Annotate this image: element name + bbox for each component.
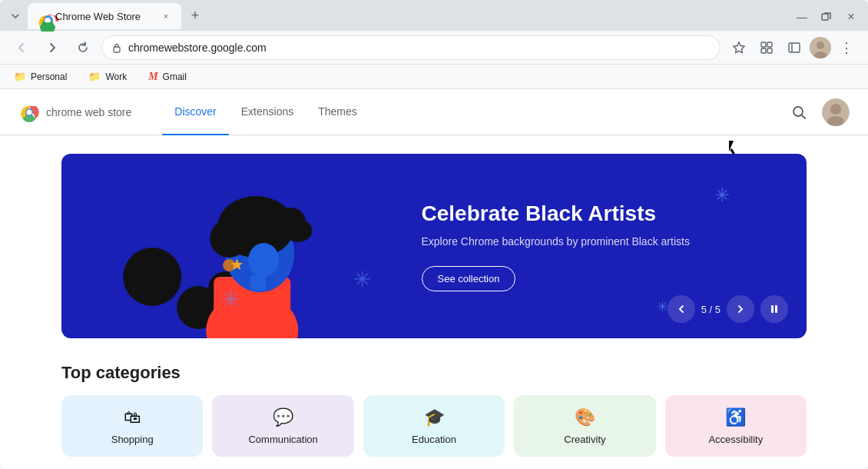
hero-artwork: ✳: [61, 154, 397, 338]
tab-dropdown-button[interactable]: [6, 7, 25, 25]
maximize-button[interactable]: [816, 6, 837, 28]
category-education[interactable]: 🎓 Education: [363, 395, 505, 457]
address-bar[interactable]: chromewebstore.google.com: [101, 35, 721, 60]
nav-extensions[interactable]: Extensions: [229, 89, 306, 135]
browser-window: Chrome Web Store × + — × chromewebstore.…: [0, 0, 868, 469]
tab-bar-left: Chrome Web Store × +: [6, 3, 206, 31]
bookmark-work[interactable]: 📁 Work: [84, 69, 131, 84]
bookmark-star-button[interactable]: [727, 35, 751, 60]
nav-actions: ⋮: [727, 35, 859, 60]
svg-rect-3: [114, 47, 120, 52]
nav-discover[interactable]: Discover: [162, 89, 228, 135]
svg-rect-38: [771, 305, 774, 313]
shopping-icon: 🛍: [124, 407, 141, 427]
gmail-icon: M: [148, 71, 157, 83]
tab-bar: Chrome Web Store × + — ×: [0, 0, 868, 31]
folder-icon-work: 📁: [88, 71, 101, 82]
hero-carousel-controls: 5 / 5: [668, 295, 788, 323]
svg-rect-2: [822, 14, 828, 20]
category-accessibility[interactable]: ♿ Accessibility: [665, 395, 807, 457]
active-tab[interactable]: Chrome Web Store ×: [28, 3, 181, 29]
bookmark-personal[interactable]: 📁 Personal: [9, 69, 71, 84]
see-collection-button[interactable]: See collection: [422, 266, 516, 291]
tab-title: Chrome Web Store: [55, 11, 154, 22]
creativity-icon: 🎨: [575, 407, 595, 427]
carousel-next-button[interactable]: [727, 295, 754, 323]
store-name: chrome web store: [46, 106, 131, 118]
svg-line-17: [802, 115, 806, 118]
svg-point-15: [27, 109, 32, 115]
hero-banner: ✦ ✦ ✳ ✳ ✳: [61, 154, 807, 338]
category-communication-label: Communication: [248, 434, 317, 445]
store-header-actions: [785, 98, 850, 126]
svg-rect-6: [761, 48, 766, 53]
carousel-counter: 5 / 5: [701, 304, 721, 315]
store-user-avatar[interactable]: [822, 98, 850, 126]
carousel-prev-button[interactable]: [668, 295, 695, 323]
svg-rect-39: [775, 305, 777, 313]
svg-point-33: [248, 243, 279, 277]
store-navigation: Discover Extensions Themes: [162, 89, 785, 135]
profile-avatar[interactable]: [810, 37, 831, 58]
categories-row: 🛍 Shopping 💬 Communication 🎓 Education 🎨…: [61, 395, 807, 457]
decorative-asterisk-2: ✳: [714, 185, 730, 206]
chrome-store-logo: [18, 101, 40, 123]
navigation-bar: chromewebstore.google.com ⋮: [0, 31, 868, 65]
tab-favicon: [37, 10, 49, 22]
side-panel-button[interactable]: [782, 35, 807, 60]
svg-rect-36: [250, 275, 266, 291]
new-tab-button[interactable]: +: [184, 5, 206, 26]
bookmark-gmail-label: Gmail: [163, 72, 187, 82]
category-accessibility-label: Accessibility: [708, 434, 763, 445]
svg-point-11: [817, 42, 824, 49]
communication-icon: 💬: [273, 407, 293, 427]
page-content: chrome web store Discover Extensions The…: [0, 89, 868, 469]
tab-bar-right: — ×: [791, 6, 862, 31]
forward-button[interactable]: [40, 35, 65, 60]
category-communication[interactable]: 💬 Communication: [212, 395, 353, 457]
folder-icon: 📁: [14, 71, 26, 82]
svg-rect-7: [767, 48, 772, 53]
category-creativity-label: Creativity: [564, 434, 605, 445]
category-creativity[interactable]: 🎨 Creativity: [514, 395, 655, 457]
bookmark-work-label: Work: [105, 72, 127, 82]
nav-themes[interactable]: Themes: [306, 89, 369, 135]
bookmarks-bar: 📁 Personal 📁 Work M Gmail: [0, 65, 868, 89]
more-options-button[interactable]: ⋮: [834, 35, 859, 60]
bookmark-personal-label: Personal: [31, 72, 67, 82]
category-shopping[interactable]: 🛍 Shopping: [61, 395, 203, 457]
svg-point-22: [123, 248, 181, 306]
top-categories-title: Top categories: [61, 363, 807, 383]
svg-text:✳: ✳: [221, 287, 240, 312]
carousel-pause-button[interactable]: [760, 295, 788, 323]
minimize-button[interactable]: —: [791, 6, 813, 28]
education-icon: 🎓: [424, 407, 445, 427]
lock-icon: [111, 42, 122, 53]
hero-subtitle: Explore Chrome backgrounds by prominent …: [422, 235, 783, 248]
store-search-button[interactable]: [785, 98, 813, 126]
category-education-label: Education: [412, 434, 456, 445]
store-header: chrome web store Discover Extensions The…: [0, 89, 868, 135]
extensions-button[interactable]: [754, 35, 779, 60]
store-logo-area: chrome web store: [18, 101, 131, 123]
back-button[interactable]: [9, 35, 34, 60]
bookmark-gmail[interactable]: M Gmail: [144, 69, 191, 85]
svg-rect-4: [761, 42, 766, 47]
close-window-button[interactable]: ×: [840, 6, 862, 28]
svg-point-19: [830, 104, 841, 115]
svg-point-30: [210, 219, 248, 258]
tab-close-button[interactable]: ×: [160, 10, 172, 22]
svg-rect-5: [767, 42, 772, 47]
category-shopping-label: Shopping: [111, 434, 154, 445]
top-categories-section: Top categories 🛍 Shopping 💬 Communicatio…: [61, 363, 807, 457]
main-content-area: ✦ ✦ ✳ ✳ ✳: [0, 135, 868, 469]
svg-rect-8: [789, 43, 800, 52]
address-text: chromewebstore.google.com: [128, 42, 711, 54]
accessibility-icon: ♿: [725, 407, 746, 427]
svg-point-32: [284, 219, 312, 242]
reload-button[interactable]: [71, 35, 95, 60]
